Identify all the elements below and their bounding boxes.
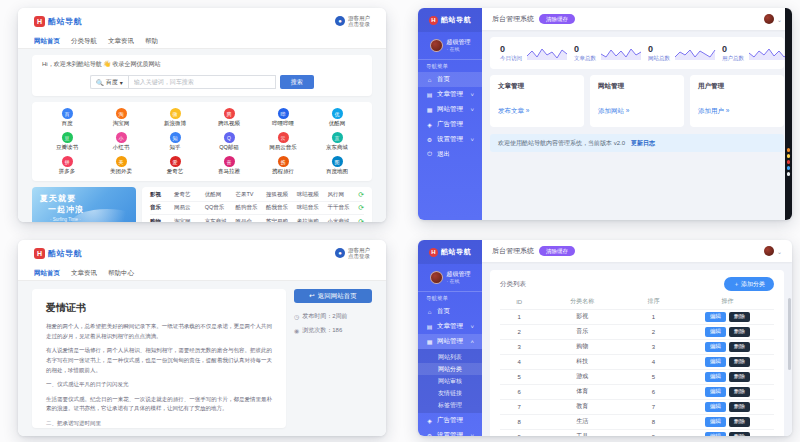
promo-banner[interactable]: 夏天就要 一起冲浪 · Surfing Time · bbox=[32, 187, 136, 222]
app-shortcut[interactable]: 图百度地图 bbox=[310, 156, 364, 175]
link-item[interactable]: 淘宝网 bbox=[174, 218, 205, 222]
submenu-item-site-categories[interactable]: 网站分类 bbox=[418, 363, 482, 375]
sidebar-item-home[interactable]: ⌂ 首页 bbox=[418, 72, 482, 87]
search-button[interactable]: 搜索 bbox=[280, 75, 314, 89]
sidebar-item-articles[interactable]: ▤ 文章管理 ˅ bbox=[418, 319, 482, 334]
nav-item-help[interactable]: 帮助 bbox=[145, 37, 158, 46]
edit-button[interactable]: 编辑 bbox=[705, 312, 726, 322]
search-input[interactable] bbox=[128, 75, 276, 89]
app-shortcut[interactable]: 知知乎 bbox=[148, 132, 202, 151]
caret-down-icon[interactable]: ⌄ bbox=[777, 248, 782, 255]
refresh-icon[interactable]: ⟳ bbox=[358, 191, 364, 198]
app-shortcut[interactable]: 哔哔哩哔哩 bbox=[256, 108, 310, 127]
card-link[interactable]: 发布文章 » bbox=[498, 107, 529, 116]
topbar-avatar[interactable] bbox=[764, 14, 774, 24]
edit-button[interactable]: 编辑 bbox=[705, 432, 726, 437]
user-box[interactable]: ● 游客用户 点击登录 bbox=[335, 247, 370, 260]
nav-item-help[interactable]: 帮助中心 bbox=[108, 269, 134, 278]
submenu-item-tags[interactable]: 标签管理 bbox=[418, 399, 482, 411]
sidebar-item-ads[interactable]: ◈ 广告管理 bbox=[418, 117, 482, 132]
delete-button[interactable]: 删除 bbox=[729, 312, 750, 322]
delete-button[interactable]: 删除 bbox=[729, 372, 750, 382]
sidebar-item-sites[interactable]: ▦ 网站管理 ˅ bbox=[418, 102, 482, 117]
admin-logo[interactable]: H 酷站导航 bbox=[418, 8, 482, 32]
card-link[interactable]: 添加网站 » bbox=[598, 107, 629, 116]
app-shortcut[interactable]: 小小红书 bbox=[94, 132, 148, 151]
edit-button[interactable]: 编辑 bbox=[705, 402, 726, 412]
delete-button[interactable]: 删除 bbox=[729, 417, 750, 427]
sidebar-item-home[interactable]: ⌂ 首页 bbox=[418, 304, 482, 319]
app-shortcut[interactable]: 美美团外卖 bbox=[94, 156, 148, 175]
app-shortcut[interactable]: QQQ邮箱 bbox=[202, 132, 256, 151]
edit-button[interactable]: 编辑 bbox=[705, 387, 726, 397]
admin-logo[interactable]: H 酷站导航 bbox=[418, 240, 482, 264]
submenu-item-site-list[interactable]: 网站列表 bbox=[418, 351, 482, 363]
topbar-avatar[interactable] bbox=[764, 246, 774, 256]
link-item[interactable]: 苏宁易购 bbox=[266, 218, 297, 222]
search-engine-select[interactable]: 🔍 百度 ▾ bbox=[90, 75, 128, 89]
clear-cache-button[interactable]: 清除缓存 bbox=[539, 246, 575, 256]
app-shortcut[interactable]: 携携程旅行 bbox=[256, 156, 310, 175]
link-item[interactable]: QQ音乐 bbox=[205, 204, 236, 211]
app-shortcut[interactable]: 百百度 bbox=[40, 108, 94, 127]
link-item[interactable]: 咪咕视频 bbox=[297, 191, 328, 198]
submenu-item-friend-links[interactable]: 友情链接 bbox=[418, 387, 482, 399]
delete-button[interactable]: 删除 bbox=[729, 357, 750, 367]
notice-link[interactable]: 更新日志 bbox=[631, 140, 655, 146]
link-item[interactable]: 搜狐视频 bbox=[266, 191, 297, 198]
edit-button[interactable]: 编辑 bbox=[705, 327, 726, 337]
refresh-icon[interactable]: ⟳ bbox=[358, 204, 364, 211]
sidebar-item-ads[interactable]: ◈ 广告管理 bbox=[418, 413, 482, 428]
link-item[interactable]: 京东商城 bbox=[205, 218, 236, 222]
link-item[interactable]: 优酷网 bbox=[205, 191, 236, 198]
delete-button[interactable]: 删除 bbox=[729, 432, 750, 437]
edit-button[interactable]: 编辑 bbox=[705, 342, 726, 352]
link-item[interactable]: 酷狗音乐 bbox=[235, 204, 266, 211]
nav-item-home[interactable]: 网站首页 bbox=[34, 269, 60, 278]
caret-down-icon[interactable]: ⌄ bbox=[777, 16, 782, 23]
user-login-link[interactable]: 点击登录 bbox=[348, 21, 370, 27]
app-shortcut[interactable]: 爱爱奇艺 bbox=[148, 156, 202, 175]
nav-item-home[interactable]: 网站首页 bbox=[34, 37, 60, 46]
link-category[interactable]: 购物 bbox=[150, 218, 174, 222]
card-link[interactable]: 添加用户 » bbox=[698, 107, 729, 116]
link-item[interactable]: 唯品会 bbox=[235, 218, 266, 222]
delete-button[interactable]: 删除 bbox=[729, 342, 750, 352]
edit-button[interactable]: 编辑 bbox=[705, 417, 726, 427]
edit-button[interactable]: 编辑 bbox=[705, 372, 726, 382]
sidebar-item-settings[interactable]: ⚙ 设置管理 ˅ bbox=[418, 428, 482, 436]
link-item[interactable]: 风行网 bbox=[327, 191, 358, 198]
app-shortcut[interactable]: 豆豆瓣读书 bbox=[40, 132, 94, 151]
sidebar-item-articles[interactable]: ▤ 文章管理 ˅ bbox=[418, 87, 482, 102]
site-logo[interactable]: H 酷站导航 bbox=[34, 248, 82, 259]
sidebar-item-logout[interactable]: ⏻ 退出 bbox=[418, 147, 482, 162]
user-box[interactable]: ● 游客用户 点击登录 bbox=[335, 15, 370, 28]
link-item[interactable]: 网易云 bbox=[174, 204, 205, 211]
link-item[interactable]: 千千音乐 bbox=[327, 204, 358, 211]
link-item[interactable]: 小米商城 bbox=[327, 218, 358, 222]
refresh-icon[interactable]: ⟳ bbox=[358, 218, 364, 222]
site-logo[interactable]: H 酷站导航 bbox=[34, 16, 82, 27]
app-shortcut[interactable]: 微新浪微博 bbox=[148, 108, 202, 127]
add-category-button[interactable]: ＋ 添加分类 bbox=[724, 277, 774, 291]
delete-button[interactable]: 删除 bbox=[729, 327, 750, 337]
clear-cache-button[interactable]: 清除缓存 bbox=[539, 14, 575, 24]
app-shortcut[interactable]: 喜喜马拉雅 bbox=[202, 156, 256, 175]
link-item[interactable]: 咪咕音乐 bbox=[297, 204, 328, 211]
back-home-button[interactable]: ↩ 返回网站首页 bbox=[294, 289, 372, 303]
nav-item-articles[interactable]: 文章资讯 bbox=[71, 269, 97, 278]
app-shortcut[interactable]: 拼拼多多 bbox=[40, 156, 94, 175]
link-item[interactable]: 爱奇艺 bbox=[174, 191, 205, 198]
app-shortcut[interactable]: 淘淘宝网 bbox=[94, 108, 148, 127]
user-login-link[interactable]: 点击登录 bbox=[348, 253, 370, 259]
sidebar-item-settings[interactable]: ⚙ 设置管理 ˅ bbox=[418, 132, 482, 147]
link-item[interactable]: 考拉海购 bbox=[297, 218, 328, 222]
vertical-scrollbar[interactable] bbox=[788, 298, 791, 370]
nav-item-articles[interactable]: 文章资讯 bbox=[108, 37, 134, 46]
link-category[interactable]: 影视 bbox=[150, 191, 174, 198]
app-shortcut[interactable]: 云网易云音乐 bbox=[256, 132, 310, 151]
app-shortcut[interactable]: 京京东商城 bbox=[310, 132, 364, 151]
delete-button[interactable]: 删除 bbox=[729, 402, 750, 412]
sidebar-item-sites[interactable]: ▦ 网站管理 ˄ bbox=[418, 334, 482, 349]
link-category[interactable]: 音乐 bbox=[150, 204, 174, 211]
